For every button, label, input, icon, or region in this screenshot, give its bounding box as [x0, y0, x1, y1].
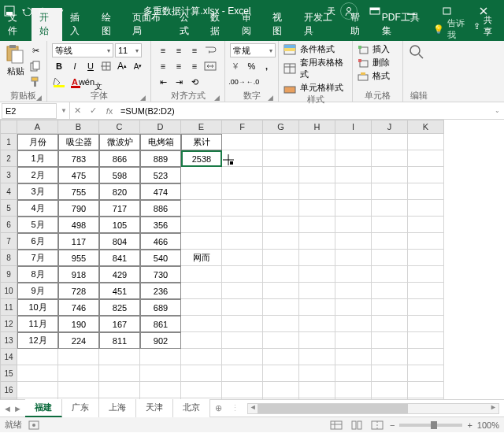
merge-cells-icon[interactable] [203, 59, 217, 73]
name-box[interactable]: E2 [2, 103, 57, 119]
comma-icon[interactable]: , [260, 59, 273, 73]
new-sheet-button[interactable]: ⊕ [210, 403, 228, 413]
cell[interactable]: 730 [140, 266, 181, 283]
cell[interactable] [222, 382, 263, 398]
cell[interactable]: 105 [99, 217, 140, 233]
cell[interactable] [299, 349, 335, 365]
cell[interactable] [181, 365, 222, 382]
zoom-out-button[interactable]: − [390, 420, 395, 430]
redo-icon[interactable] [38, 5, 50, 17]
sheet-nav-next-icon[interactable]: ► [13, 404, 22, 413]
cell[interactable] [299, 266, 335, 283]
column-header[interactable]: I [335, 120, 372, 134]
insert-cells-button[interactable]: 插入 [358, 43, 390, 55]
cell[interactable]: 累计 [181, 134, 222, 150]
row-header[interactable]: 4 [0, 183, 17, 200]
cell[interactable] [299, 316, 335, 332]
cell[interactable]: 466 [140, 233, 181, 250]
underline-button[interactable]: U [83, 59, 98, 73]
cell[interactable]: 861 [140, 316, 181, 332]
namebox-dropdown-icon[interactable]: ▼ [58, 107, 69, 114]
cell[interactable]: 9月 [17, 283, 58, 299]
cell[interactable] [299, 217, 335, 233]
cell[interactable] [17, 382, 58, 398]
ribbon-tab-6[interactable]: 数据 [202, 8, 234, 41]
cell[interactable]: 429 [99, 266, 140, 283]
row-header[interactable]: 13 [0, 332, 17, 349]
cell[interactable]: 11月 [17, 316, 58, 332]
row-header[interactable]: 17 [0, 398, 17, 399]
cell[interactable] [335, 233, 372, 250]
cell[interactable]: 825 [99, 299, 140, 316]
cell[interactable]: 755 [58, 183, 99, 200]
cell[interactable]: 598 [99, 167, 140, 183]
zoom-level[interactable]: 100% [477, 420, 499, 430]
cell[interactable] [181, 316, 222, 332]
ribbon-tab-5[interactable]: 公式 [172, 8, 203, 41]
cell[interactable] [263, 200, 299, 217]
column-header[interactable]: F [222, 120, 263, 134]
cell[interactable] [222, 183, 263, 200]
cell[interactable]: 841 [99, 250, 140, 266]
cell[interactable]: 540 [140, 250, 181, 266]
cell[interactable] [299, 365, 335, 382]
cell[interactable] [335, 398, 372, 399]
cell[interactable] [408, 349, 444, 365]
copy-icon[interactable] [28, 59, 43, 73]
cell[interactable] [299, 382, 335, 398]
align-top-icon[interactable]: ≡ [156, 43, 170, 57]
cell[interactable]: 微波炉 [99, 134, 140, 150]
format-painter-icon[interactable] [28, 75, 43, 89]
cell[interactable] [99, 349, 140, 365]
share-button[interactable]: ⇪共享 [465, 11, 504, 41]
row-header[interactable]: 9 [0, 266, 17, 283]
horizontal-scrollbar[interactable]: ◄ ► [247, 403, 499, 414]
cell[interactable]: 866 [99, 150, 140, 167]
ribbon-tab-3[interactable]: 绘图 [94, 8, 125, 41]
cell[interactable] [263, 183, 299, 200]
ribbon-tab-7[interactable]: 审阅 [234, 8, 265, 41]
cell[interactable]: 746 [58, 299, 99, 316]
cell[interactable] [140, 398, 181, 399]
cell[interactable] [222, 283, 263, 299]
cell[interactable]: 902 [140, 332, 181, 349]
increase-font-button[interactable]: A▴ [115, 59, 129, 73]
cell[interactable]: 1月 [17, 150, 58, 167]
cell[interactable] [181, 382, 222, 398]
align-left-icon[interactable]: ≡ [156, 59, 170, 73]
cell[interactable] [408, 150, 444, 167]
row-header[interactable]: 10 [0, 283, 17, 299]
cell[interactable] [263, 150, 299, 167]
row-header[interactable]: 14 [0, 349, 17, 365]
cell[interactable] [408, 283, 444, 299]
cell[interactable] [99, 398, 140, 399]
cell[interactable] [408, 217, 444, 233]
cell[interactable] [222, 217, 263, 233]
cell[interactable] [263, 266, 299, 283]
cell[interactable] [263, 167, 299, 183]
cell[interactable]: 2月 [17, 167, 58, 183]
row-header[interactable]: 2 [0, 150, 17, 167]
row-header[interactable]: 1 [0, 134, 17, 150]
cell[interactable] [17, 365, 58, 382]
cell[interactable] [408, 250, 444, 266]
cell[interactable] [372, 332, 408, 349]
cell[interactable]: 498 [58, 217, 99, 233]
cell[interactable] [299, 150, 335, 167]
zoom-slider[interactable] [399, 424, 462, 427]
cell[interactable] [299, 167, 335, 183]
cell[interactable] [335, 283, 372, 299]
cell[interactable] [181, 167, 222, 183]
cell[interactable] [140, 365, 181, 382]
sheet-tab[interactable]: 上海 [99, 399, 136, 417]
cell[interactable] [408, 200, 444, 217]
cell[interactable] [408, 365, 444, 382]
column-header[interactable]: A [17, 120, 58, 134]
cell[interactable] [335, 250, 372, 266]
cell[interactable] [335, 183, 372, 200]
cell[interactable]: 吸尘器 [58, 134, 99, 150]
cell[interactable]: 783 [58, 150, 99, 167]
cell[interactable] [372, 183, 408, 200]
increase-decimal-icon[interactable]: .00→ [230, 75, 244, 89]
cell[interactable] [222, 332, 263, 349]
